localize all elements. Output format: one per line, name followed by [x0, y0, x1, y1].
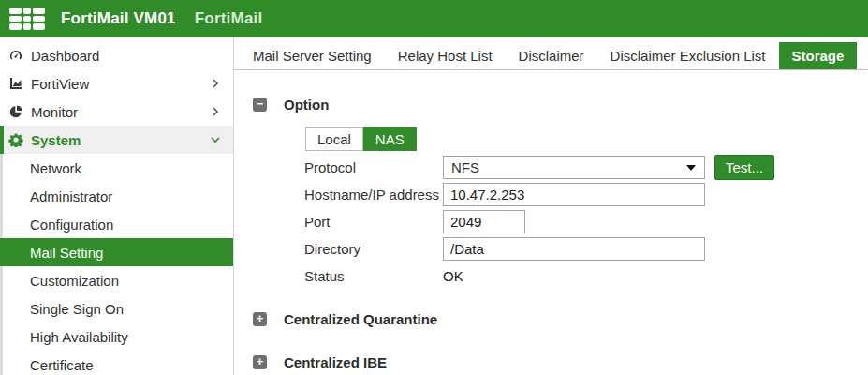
centralized-quarantine-section-header: Centralized Quarantine [253, 311, 868, 327]
port-input[interactable] [443, 210, 525, 233]
tab-mail-server-setting[interactable]: Mail Server Setting [240, 42, 385, 69]
port-row: Port [304, 208, 868, 235]
directory-input[interactable] [443, 237, 705, 261]
port-label: Port [304, 214, 443, 230]
device-name: FortiMail VM01 [61, 9, 176, 28]
sidebar-item-dashboard[interactable]: Dashboard [0, 41, 233, 69]
tab-bar: Mail Server Setting Relay Host List Disc… [234, 38, 868, 70]
main-panel: Mail Server Setting Relay Host List Disc… [234, 38, 868, 375]
product-name: FortiMail [195, 9, 263, 28]
status-row: Status OK [304, 262, 868, 290]
storage-settings-content: Option Local NAS Protocol NFS Test... Ho… [234, 70, 868, 370]
chevron-right-icon [209, 105, 222, 118]
gear-icon [7, 132, 24, 147]
sidebar-item-system[interactable]: System [0, 126, 233, 154]
tab-relay-host-list[interactable]: Relay Host List [385, 42, 506, 69]
chart-icon [7, 76, 24, 91]
status-label: Status [304, 268, 443, 284]
storage-type-toggle: Local NAS [305, 127, 868, 151]
sidebar-item-fortiview[interactable]: FortiView [0, 69, 233, 98]
option-section-header: Option [253, 97, 868, 112]
gauge-icon [7, 48, 24, 63]
status-value: OK [443, 268, 463, 284]
sidebar-item-customization[interactable]: Customization [0, 266, 233, 294]
hostname-row: Hostname/IP address [304, 181, 868, 208]
centralized-ibe-section-header: Centralized IBE [253, 354, 868, 370]
fortinet-logo-icon [9, 8, 45, 30]
protocol-selected-value: NFS [451, 159, 479, 175]
directory-label: Directory [304, 241, 443, 257]
dropdown-caret-icon [686, 165, 696, 171]
hostname-input[interactable] [443, 183, 705, 206]
sidebar-item-high-availability[interactable]: High Availability [0, 322, 233, 351]
tab-storage[interactable]: Storage [779, 42, 858, 69]
expand-icon[interactable] [253, 355, 267, 369]
protocol-row: Protocol NFS Test... [304, 154, 868, 181]
nas-toggle-button[interactable]: NAS [363, 127, 417, 151]
collapse-icon[interactable] [253, 98, 267, 112]
sidebar-item-label: System [31, 132, 81, 148]
sidebar-item-single-sign-on[interactable]: Single Sign On [0, 294, 233, 322]
sidebar-item-certificate[interactable]: Certificate [0, 351, 233, 375]
pie-chart-icon [7, 104, 24, 119]
tab-disclaimer-exclusion-list[interactable]: Disclaimer Exclusion List [597, 42, 779, 69]
top-bar: FortiMail VM01 FortiMail [0, 0, 868, 38]
expand-icon[interactable] [253, 312, 267, 326]
section-title: Centralized Quarantine [284, 311, 437, 327]
sidebar-item-configuration[interactable]: Configuration [0, 210, 233, 238]
sidebar-item-label: Monitor [31, 104, 78, 120]
sidebar-item-administrator[interactable]: Administrator [0, 182, 233, 210]
system-submenu: Network Administrator Configuration Mail… [0, 154, 233, 375]
chevron-right-icon [209, 77, 222, 90]
sidebar-item-label: FortiView [31, 76, 89, 92]
section-title: Centralized IBE [284, 354, 387, 370]
protocol-select[interactable]: NFS [443, 156, 705, 179]
sidebar-item-mail-setting[interactable]: Mail Setting [0, 238, 233, 266]
test-button[interactable]: Test... [714, 155, 774, 180]
protocol-label: Protocol [304, 159, 443, 175]
tab-disclaimer[interactable]: Disclaimer [506, 42, 597, 69]
sidebar-item-network[interactable]: Network [0, 154, 233, 182]
local-toggle-button[interactable]: Local [305, 127, 363, 151]
sidebar-item-label: Dashboard [31, 48, 99, 64]
directory-row: Directory [304, 235, 868, 262]
chevron-down-icon [209, 133, 222, 146]
section-title: Option [284, 97, 329, 112]
nas-form: Protocol NFS Test... Hostname/IP address… [304, 154, 868, 290]
hostname-label: Hostname/IP address [304, 187, 443, 202]
sidebar-nav: Dashboard FortiView Monitor System [0, 38, 234, 375]
sidebar-item-monitor[interactable]: Monitor [0, 98, 233, 126]
